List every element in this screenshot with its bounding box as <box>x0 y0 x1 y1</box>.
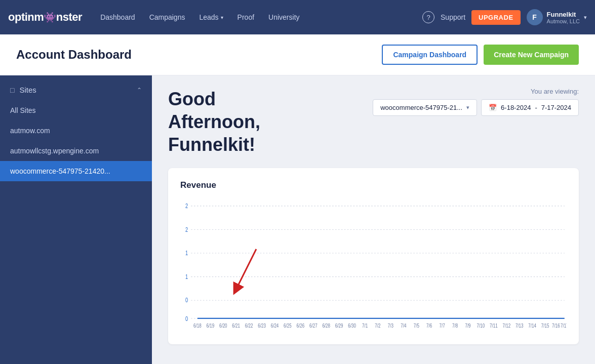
navbar: optinm👾nster Dashboard Campaigns Leads ▾… <box>0 0 595 34</box>
svg-text:6/18: 6/18 <box>193 323 202 329</box>
create-campaign-button[interactable]: Create New Campaign <box>484 45 579 65</box>
logo[interactable]: optinm👾nster <box>8 11 82 24</box>
svg-text:6/19: 6/19 <box>207 323 215 329</box>
svg-text:7/15: 7/15 <box>541 323 549 329</box>
svg-text:6/22: 6/22 <box>245 323 253 329</box>
sidebar-item-all-sites[interactable]: All Sites <box>0 100 152 120</box>
chart-title: Revenue <box>180 180 567 190</box>
svg-text:6/23: 6/23 <box>258 323 266 329</box>
svg-text:6/20: 6/20 <box>219 323 227 329</box>
main-layout: □ Sites ⌃ All Sites autmow.com autmowllc… <box>0 75 595 364</box>
svg-text:7/10: 7/10 <box>477 323 485 329</box>
svg-text:6/30: 6/30 <box>348 323 356 329</box>
svg-text:7/8: 7/8 <box>452 323 458 329</box>
svg-text:7/11: 7/11 <box>490 323 498 329</box>
support-link[interactable]: Support <box>441 13 465 21</box>
svg-text:7/7: 7/7 <box>440 323 445 329</box>
sidebar-item-woocommerce[interactable]: woocommerce-547975-21420... <box>0 161 152 181</box>
page-header: Account Dashboard Campaign Dashboard Cre… <box>0 34 595 75</box>
page-title: Account Dashboard <box>16 48 132 62</box>
nav-proof[interactable]: Proof <box>231 9 260 25</box>
sidebar-section-header: □ Sites ⌃ <box>0 79 152 100</box>
sidebar-item-autmowllcstg[interactable]: autmowllcstg.wpengine.com <box>0 141 152 161</box>
upgrade-button[interactable]: UPGRADE <box>471 10 521 25</box>
svg-text:6/24: 6/24 <box>271 323 279 329</box>
sites-icon: □ <box>10 86 14 94</box>
svg-text:7/3: 7/3 <box>388 323 393 329</box>
svg-text:7/12: 7/12 <box>502 323 510 329</box>
sidebar-collapse-icon[interactable]: ⌃ <box>137 87 142 94</box>
viewing-controls: woocommerce-547975-21... ▾ 📅 6-18-2024 -… <box>373 99 579 116</box>
sidebar: □ Sites ⌃ All Sites autmow.com autmowllc… <box>0 75 152 364</box>
svg-text:2: 2 <box>185 226 188 233</box>
svg-text:2: 2 <box>185 203 188 209</box>
site-selector-value: woocommerce-547975-21... <box>380 104 462 111</box>
date-start: 6-18-2024 <box>501 104 531 111</box>
date-end: 7-17-2024 <box>541 104 571 111</box>
svg-text:6/28: 6/28 <box>322 323 330 329</box>
svg-text:7/14: 7/14 <box>528 323 536 329</box>
svg-text:0: 0 <box>185 315 188 322</box>
date-range-picker[interactable]: 📅 6-18-2024 - 7-17-2024 <box>481 99 579 116</box>
user-menu[interactable]: F Funnelkit Autmow, LLC ▾ <box>527 9 587 25</box>
revenue-chart: 2 2 1 1 0 0 6/18 6/19 6/20 <box>180 200 567 332</box>
greeting-row: Good Afternoon, Funnelkit! You are viewi… <box>168 88 579 156</box>
leads-chevron-icon: ▾ <box>221 15 223 20</box>
svg-text:7/4: 7/4 <box>401 323 406 329</box>
sidebar-section-label: Sites <box>19 86 36 94</box>
nav-university[interactable]: University <box>262 9 305 25</box>
help-button[interactable]: ? <box>422 11 434 23</box>
svg-text:7/9: 7/9 <box>465 323 470 329</box>
calendar-icon: 📅 <box>489 104 497 111</box>
svg-text:7/1: 7/1 <box>362 323 368 329</box>
nav-dashboard[interactable]: Dashboard <box>94 9 141 25</box>
date-separator: - <box>535 104 537 111</box>
sidebar-item-autmow[interactable]: autmow.com <box>0 120 152 141</box>
site-selector[interactable]: woocommerce-547975-21... ▾ <box>373 99 477 116</box>
svg-text:1: 1 <box>185 273 188 280</box>
content-area: Good Afternoon, Funnelkit! You are viewi… <box>152 75 595 364</box>
svg-text:7/17: 7/17 <box>561 323 567 329</box>
svg-text:1: 1 <box>185 250 188 256</box>
svg-text:7/5: 7/5 <box>414 323 419 329</box>
svg-text:7/16: 7/16 <box>552 323 560 329</box>
svg-text:6/27: 6/27 <box>309 323 318 329</box>
header-actions: Campaign Dashboard Create New Campaign <box>382 45 579 65</box>
nav-campaigns[interactable]: Campaigns <box>143 9 191 25</box>
campaign-dashboard-button[interactable]: Campaign Dashboard <box>382 45 478 65</box>
svg-text:0: 0 <box>185 297 188 303</box>
site-selector-chevron-icon: ▾ <box>466 104 469 111</box>
user-company: Autmow, LLC <box>547 18 580 24</box>
viewing-label: You are viewing: <box>531 88 579 95</box>
viewing-section: You are viewing: woocommerce-547975-21..… <box>373 88 579 116</box>
nav-links: Dashboard Campaigns Leads ▾ Proof Univer… <box>94 9 422 25</box>
nav-right: ? Support UPGRADE F Funnelkit Autmow, LL… <box>422 9 587 25</box>
svg-text:6/21: 6/21 <box>232 323 240 329</box>
svg-text:7/2: 7/2 <box>375 323 380 329</box>
svg-text:7/6: 7/6 <box>426 323 432 329</box>
svg-text:6/26: 6/26 <box>297 323 305 329</box>
svg-text:7/13: 7/13 <box>515 323 524 329</box>
user-chevron-icon: ▾ <box>584 14 587 21</box>
user-name: Funnelkit <box>547 11 580 18</box>
svg-text:6/25: 6/25 <box>284 323 292 329</box>
chart-card: Revenue 2 2 1 1 0 0 <box>168 168 579 344</box>
avatar: F <box>527 9 543 25</box>
svg-text:6/29: 6/29 <box>335 323 343 329</box>
chart-container: 2 2 1 1 0 0 6/18 6/19 6/20 <box>180 200 567 332</box>
nav-leads[interactable]: Leads ▾ <box>193 9 229 25</box>
greeting-text: Good Afternoon, Funnelkit! <box>168 88 260 156</box>
